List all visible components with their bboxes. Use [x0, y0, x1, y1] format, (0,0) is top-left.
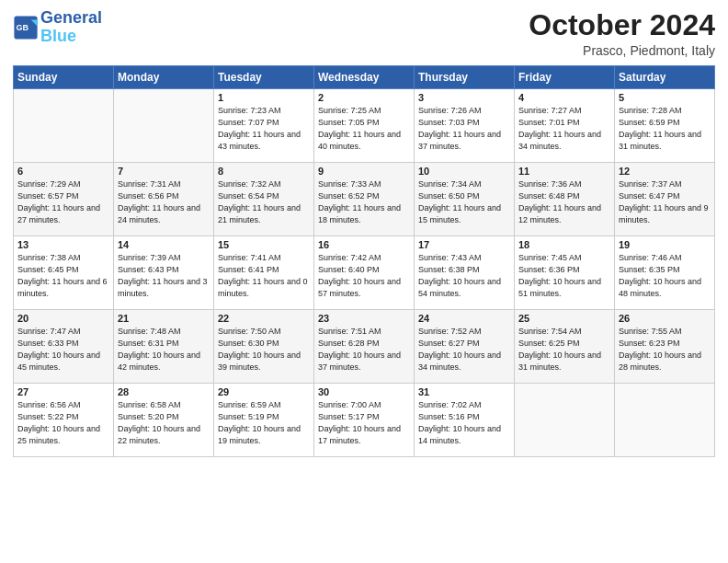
table-row — [615, 384, 715, 457]
day-number: 4 — [518, 92, 610, 103]
sunset-text: Sunset: 6:36 PM — [518, 265, 580, 274]
table-row: 29Sunrise: 6:59 AMSunset: 5:19 PMDayligh… — [214, 384, 314, 457]
day-info: Sunrise: 7:33 AMSunset: 6:52 PMDaylight:… — [318, 178, 410, 226]
day-info: Sunrise: 7:37 AMSunset: 6:47 PMDaylight:… — [619, 178, 711, 226]
weekday-header-row: Sunday Monday Tuesday Wednesday Thursday… — [14, 66, 715, 89]
daylight-text: Daylight: 10 hours and 45 minutes. — [17, 350, 100, 372]
day-number: 26 — [619, 313, 711, 324]
day-number: 20 — [17, 313, 109, 324]
sunrise-text: Sunrise: 7:50 AM — [218, 327, 281, 336]
daylight-text: Daylight: 10 hours and 37 minutes. — [318, 350, 401, 372]
sunset-text: Sunset: 7:01 PM — [518, 118, 580, 127]
table-row — [14, 89, 114, 163]
day-info: Sunrise: 7:34 AMSunset: 6:50 PMDaylight:… — [418, 178, 510, 226]
day-number: 1 — [218, 92, 310, 103]
title-block: October 2024 Prasco, Piedmont, Italy — [529, 9, 715, 58]
daylight-text: Daylight: 11 hours and 24 minutes. — [118, 203, 200, 224]
sunset-text: Sunset: 5:16 PM — [418, 412, 480, 421]
header-friday: Friday — [515, 66, 615, 89]
day-number: 21 — [118, 313, 210, 324]
daylight-text: Daylight: 10 hours and 17 minutes. — [318, 424, 401, 445]
table-row: 18Sunrise: 7:45 AMSunset: 6:36 PMDayligh… — [515, 236, 615, 310]
logo-text: General Blue — [40, 9, 102, 46]
sunset-text: Sunset: 6:43 PM — [118, 265, 179, 274]
day-number: 8 — [218, 166, 310, 177]
daylight-text: Daylight: 11 hours and 34 minutes. — [518, 130, 601, 151]
sunrise-text: Sunrise: 7:31 AM — [118, 179, 181, 189]
day-info: Sunrise: 7:47 AMSunset: 6:33 PMDaylight:… — [17, 326, 109, 373]
day-info: Sunrise: 7:52 AMSunset: 6:27 PMDaylight:… — [418, 326, 510, 373]
daylight-text: Daylight: 10 hours and 39 minutes. — [218, 350, 301, 372]
daylight-text: Daylight: 11 hours and 37 minutes. — [418, 130, 501, 151]
sunrise-text: Sunrise: 7:00 AM — [318, 400, 381, 409]
calendar-week-row: 20Sunrise: 7:47 AMSunset: 6:33 PMDayligh… — [14, 310, 715, 384]
day-number: 30 — [318, 386, 410, 397]
sunset-text: Sunset: 6:23 PM — [619, 339, 680, 348]
sunrise-text: Sunrise: 7:02 AM — [418, 400, 482, 409]
table-row: 15Sunrise: 7:41 AMSunset: 6:41 PMDayligh… — [214, 236, 314, 310]
sunset-text: Sunset: 5:17 PM — [318, 412, 380, 421]
day-info: Sunrise: 6:58 AMSunset: 5:20 PMDaylight:… — [118, 399, 210, 447]
logo: GB General Blue — [13, 9, 102, 46]
table-row: 3Sunrise: 7:26 AMSunset: 7:03 PMDaylight… — [415, 89, 515, 163]
day-number: 11 — [518, 166, 610, 177]
header: GB General Blue October 2024 Prasco, Pie… — [13, 9, 715, 58]
sunrise-text: Sunrise: 7:48 AM — [118, 327, 181, 336]
sunrise-text: Sunrise: 7:32 AM — [218, 179, 281, 189]
table-row: 24Sunrise: 7:52 AMSunset: 6:27 PMDayligh… — [415, 310, 515, 384]
sunrise-text: Sunrise: 7:28 AM — [619, 106, 682, 115]
calendar-week-row: 13Sunrise: 7:38 AMSunset: 6:45 PMDayligh… — [14, 236, 715, 310]
header-monday: Monday — [114, 66, 214, 89]
sunrise-text: Sunrise: 7:54 AM — [518, 327, 582, 336]
table-row: 10Sunrise: 7:34 AMSunset: 6:50 PMDayligh… — [415, 163, 515, 236]
day-info: Sunrise: 6:59 AMSunset: 5:19 PMDaylight:… — [218, 399, 310, 447]
sunset-text: Sunset: 6:38 PM — [418, 265, 480, 274]
table-row: 2Sunrise: 7:25 AMSunset: 7:05 PMDaylight… — [314, 89, 415, 163]
day-number: 27 — [17, 386, 109, 397]
day-info: Sunrise: 7:51 AMSunset: 6:28 PMDaylight:… — [318, 326, 410, 373]
sunrise-text: Sunrise: 7:39 AM — [118, 253, 181, 262]
daylight-text: Daylight: 10 hours and 28 minutes. — [619, 350, 701, 372]
sunrise-text: Sunrise: 7:43 AM — [418, 253, 482, 262]
table-row: 9Sunrise: 7:33 AMSunset: 6:52 PMDaylight… — [314, 163, 415, 236]
sunrise-text: Sunrise: 7:37 AM — [619, 179, 682, 189]
header-wednesday: Wednesday — [314, 66, 415, 89]
day-number: 5 — [619, 92, 711, 103]
daylight-text: Daylight: 10 hours and 48 minutes. — [619, 277, 701, 298]
day-info: Sunrise: 7:46 AMSunset: 6:35 PMDaylight:… — [619, 252, 711, 300]
calendar-week-row: 6Sunrise: 7:29 AMSunset: 6:57 PMDaylight… — [14, 163, 715, 236]
day-info: Sunrise: 7:54 AMSunset: 6:25 PMDaylight:… — [518, 326, 610, 373]
sunrise-text: Sunrise: 7:33 AM — [318, 179, 381, 189]
day-info: Sunrise: 7:26 AMSunset: 7:03 PMDaylight:… — [418, 105, 510, 153]
sunset-text: Sunset: 6:56 PM — [118, 191, 179, 201]
sunset-text: Sunset: 7:03 PM — [418, 118, 480, 127]
day-number: 16 — [318, 239, 410, 250]
sunset-text: Sunset: 6:25 PM — [518, 339, 580, 348]
day-info: Sunrise: 6:56 AMSunset: 5:22 PMDaylight:… — [17, 399, 109, 447]
day-number: 23 — [318, 313, 410, 324]
sunset-text: Sunset: 6:45 PM — [17, 265, 79, 274]
day-number: 24 — [418, 313, 510, 324]
day-number: 12 — [619, 166, 711, 177]
daylight-text: Daylight: 10 hours and 19 minutes. — [218, 424, 301, 445]
day-info: Sunrise: 7:02 AMSunset: 5:16 PMDaylight:… — [418, 399, 510, 447]
daylight-text: Daylight: 11 hours and 43 minutes. — [218, 130, 301, 151]
day-number: 18 — [518, 239, 610, 250]
sunrise-text: Sunrise: 7:38 AM — [17, 253, 81, 262]
day-info: Sunrise: 7:55 AMSunset: 6:23 PMDaylight:… — [619, 326, 711, 373]
daylight-text: Daylight: 10 hours and 34 minutes. — [418, 350, 501, 372]
daylight-text: Daylight: 10 hours and 42 minutes. — [118, 350, 200, 372]
daylight-text: Daylight: 11 hours and 12 minutes. — [518, 203, 601, 224]
header-thursday: Thursday — [415, 66, 515, 89]
day-number: 9 — [318, 166, 410, 177]
logo-icon: GB — [13, 15, 39, 40]
header-tuesday: Tuesday — [214, 66, 314, 89]
sunrise-text: Sunrise: 7:36 AM — [518, 179, 582, 189]
table-row: 22Sunrise: 7:50 AMSunset: 6:30 PMDayligh… — [214, 310, 314, 384]
daylight-text: Daylight: 11 hours and 40 minutes. — [318, 130, 401, 151]
day-number: 13 — [17, 239, 109, 250]
sunrise-text: Sunrise: 7:52 AM — [418, 327, 482, 336]
sunrise-text: Sunrise: 6:56 AM — [17, 400, 81, 409]
svg-text:GB: GB — [17, 23, 29, 32]
table-row: 28Sunrise: 6:58 AMSunset: 5:20 PMDayligh… — [114, 384, 214, 457]
